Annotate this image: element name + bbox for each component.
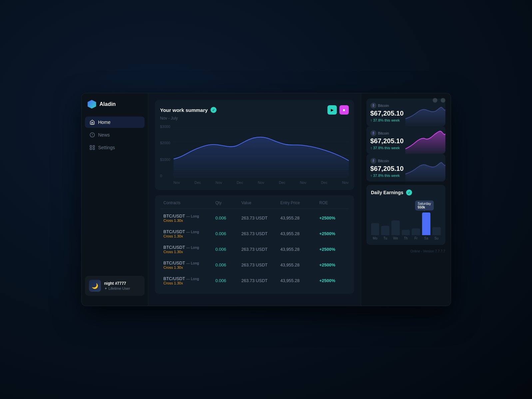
entry-cell: 43,955.28: [280, 247, 319, 252]
earnings-section: Daily Earnings ✓ Mo Tu We Th Fr Saturday…: [366, 185, 445, 245]
close-button[interactable]: ×: [441, 98, 445, 103]
col-contracts: Contracts: [164, 200, 216, 205]
roe-cell: +2500%: [319, 247, 345, 252]
roe-cell: +2500%: [319, 262, 345, 267]
sidebar-user: 🌙 night #7777 ✦ Lifetime User: [85, 276, 145, 296]
sidebar-item-news[interactable]: News: [85, 129, 145, 141]
chart-area: $3000 $2000 $1000 0: [160, 125, 349, 185]
bar: [412, 228, 420, 235]
crypto-cards-container: ₿ Bitcoin $67,205.10 ↑ 37.8% this week: [366, 99, 445, 182]
table-row[interactable]: BTC/USDT — Long Cross 1.30x 0.006 263.73…: [160, 273, 349, 288]
chart-section: Your work summary ✓ ▶ ■ Nov - July $3000…: [155, 100, 354, 190]
crypto-price: $67,205.10: [370, 109, 441, 117]
minimize-button[interactable]: —: [433, 98, 437, 103]
bar-label: Mo: [373, 236, 377, 240]
settings-icon: [90, 145, 95, 150]
bar: [371, 223, 379, 235]
crypto-card-btc2[interactable]: ₿ Bitcoin $67,205.10 ↑ 37.8% this week: [366, 126, 445, 154]
table-row[interactable]: BTC/USDT — Long Cross 1.30x 0.006 263.73…: [160, 257, 349, 273]
svg-rect-4: [93, 146, 95, 147]
entry-cell: 43,955.28: [280, 278, 319, 283]
qty-cell: 0.006: [216, 215, 242, 220]
earnings-title: Daily Earnings: [371, 190, 403, 195]
line-chart-svg: [174, 125, 349, 178]
sidebar-brand: Aladin: [100, 101, 116, 107]
qty-cell: 0.006: [216, 231, 242, 236]
crypto-label: ₿ Bitcoin: [370, 130, 441, 136]
chart-subtitle: Nov - July: [160, 116, 349, 121]
right-panel: ₿ Bitcoin $67,205.10 ↑ 37.8% this week: [361, 93, 451, 306]
sidebar-item-home-label: Home: [98, 120, 111, 125]
bar-label: We: [393, 236, 398, 240]
sidebar: Aladin Home News: [82, 93, 148, 306]
play-button[interactable]: ▶: [327, 105, 337, 115]
qty-cell: 0.006: [216, 278, 242, 283]
check-badge: ✓: [211, 107, 217, 113]
table-row[interactable]: BTC/USDT — Long Cross 1.30x 0.006 263.73…: [160, 241, 349, 257]
table-section: Contracts Qty Value Entry Price ROE BTC/…: [155, 195, 354, 294]
earnings-tooltip: Saturday550k: [415, 200, 434, 210]
crypto-info: ₿ Bitcoin $67,205.10 ↑ 37.8% this week: [370, 103, 441, 122]
crypto-price: $67,205.10: [370, 165, 441, 173]
crypto-icon: ₿: [370, 158, 376, 164]
bar-column: Su: [432, 227, 441, 240]
sidebar-item-home[interactable]: Home: [85, 117, 145, 128]
table-row[interactable]: BTC/USDT — Long Cross 1.30x 0.006 263.73…: [160, 210, 349, 226]
chart-controls: ▶ ■: [327, 105, 349, 115]
bar: [432, 227, 441, 235]
bars-area: Mo Tu We Th Fr Saturday550k Sa Su: [371, 200, 441, 240]
stop-button[interactable]: ■: [339, 105, 349, 115]
crypto-label: ₿ Bitcoin: [370, 158, 441, 164]
table-row[interactable]: BTC/USDT — Long Cross 1.30x 0.006 263.73…: [160, 226, 349, 241]
sidebar-item-settings[interactable]: Settings: [85, 142, 145, 153]
contract-cell: BTC/USDT — Long Cross 1.30x: [164, 245, 216, 254]
earnings-check-badge: ✓: [406, 190, 412, 196]
crypto-label: ₿ Bitcoin: [370, 103, 441, 109]
home-icon: [90, 120, 95, 125]
user-info: night #7777 ✦ Lifetime User: [104, 281, 130, 291]
window-controls: — ×: [433, 98, 445, 103]
crypto-card-btc3[interactable]: ₿ Bitcoin $67,205.10 ↑ 37.8% this week: [366, 154, 445, 182]
svg-rect-3: [90, 146, 92, 147]
value-cell: 263.73 USDT: [242, 247, 280, 252]
crypto-change: ↑ 37.8% this week: [370, 174, 441, 178]
content-area: Your work summary ✓ ▶ ■ Nov - July $3000…: [148, 93, 451, 306]
role-icon: ✦: [104, 286, 107, 291]
svg-rect-5: [90, 148, 92, 150]
bar-label: Fr: [414, 236, 417, 240]
crypto-icon: ₿: [370, 103, 376, 109]
desktop-background: — × Aladin Home: [0, 0, 532, 399]
bar-label: Su: [434, 236, 438, 240]
table-body: BTC/USDT — Long Cross 1.30x 0.006 263.73…: [160, 210, 349, 288]
value-cell: 263.73 USDT: [242, 278, 280, 283]
earnings-chart: Mo Tu We Th Fr Saturday550k Sa Su: [371, 200, 441, 240]
earnings-header: Daily Earnings ✓: [371, 190, 441, 196]
crypto-info: ₿ Bitcoin $67,205.10 ↑ 37.8% this week: [370, 158, 441, 178]
avatar: 🌙: [89, 280, 101, 292]
chart-labels-y: $3000 $2000 $1000 0: [160, 125, 171, 178]
chart-title-row: Your work summary ✓: [160, 107, 217, 113]
sidebar-item-news-label: News: [98, 132, 110, 138]
roe-cell: +2500%: [319, 231, 345, 236]
bar-column: Mo: [371, 223, 379, 240]
bar-label: Tu: [383, 236, 387, 240]
bar-column: Fr: [412, 228, 420, 240]
contract-cell: BTC/USDT — Long Cross 1.30x: [164, 213, 216, 222]
sidebar-item-settings-label: Settings: [98, 145, 115, 150]
logo-icon: [88, 100, 96, 109]
contract-cell: BTC/USDT — Long Cross 1.30x: [164, 229, 216, 238]
arrow-up-icon: ↑: [370, 174, 372, 178]
value-cell: 263.73 USDT: [242, 262, 280, 267]
chart-header: Your work summary ✓ ▶ ■: [160, 105, 349, 115]
crypto-card-btc1[interactable]: ₿ Bitcoin $67,205.10 ↑ 37.8% this week: [366, 99, 445, 126]
chart-labels-x: Nov Dec Nov Dec Nov Dec Nov Dec Nov: [174, 181, 349, 185]
entry-cell: 43,955.28: [280, 231, 319, 236]
qty-cell: 0.006: [216, 262, 242, 267]
chart-canvas: [174, 125, 349, 178]
value-cell: 263.73 USDT: [242, 215, 280, 220]
version-text: Online - Version 7.7.7.7: [366, 248, 445, 254]
bar: [391, 220, 400, 235]
roe-cell: +2500%: [319, 215, 345, 220]
sidebar-logo: Aladin: [82, 100, 148, 117]
bar-label: Sa: [424, 236, 428, 240]
